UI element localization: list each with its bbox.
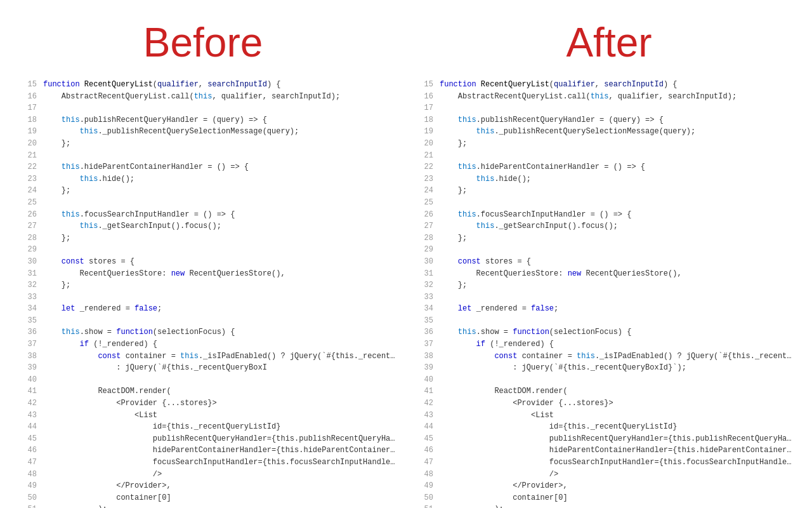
code-content: container[0]	[43, 492, 396, 504]
line-number: 19	[416, 126, 433, 138]
code-content: this.hideParentContainerHandler = () => …	[440, 161, 793, 173]
code-token: (	[153, 80, 157, 89]
code-token: this	[577, 352, 595, 361]
code-token: };	[43, 139, 70, 148]
code-content	[440, 291, 793, 304]
line-number: 40	[19, 374, 37, 386]
code-content: );	[440, 504, 793, 508]
line-number: 17	[416, 102, 433, 114]
line-number: 20	[19, 138, 37, 150]
code-content	[43, 244, 396, 256]
code-token: this	[80, 127, 98, 136]
line-number: 17	[19, 102, 37, 114]
code-content: this._getSearchInput().focus();	[440, 220, 793, 232]
code-content: />	[43, 469, 396, 481]
line-number: 19	[19, 126, 37, 138]
code-content: };	[440, 232, 793, 244]
code-token: function	[116, 328, 153, 337]
code-content: this.show = function(selectionFocus) {	[440, 326, 793, 338]
code-content: const container = this._isIPadEnabled() …	[440, 351, 793, 363]
line-number: 37	[416, 338, 433, 351]
before-header: Before	[0, 19, 406, 66]
code-token	[43, 304, 62, 313]
table-row: 50 container[0]	[416, 492, 793, 504]
table-row: 43 <List	[19, 410, 396, 422]
code-token: function	[513, 328, 549, 337]
code-token	[43, 127, 80, 136]
table-row: 34 let _rendered = false;	[416, 303, 793, 315]
code-token: focusSearchInputHandler={this.focusSearc…	[440, 458, 793, 467]
table-row: 48 />	[19, 469, 396, 481]
code-token: this	[458, 116, 476, 124]
code-token: .hide();	[494, 175, 531, 184]
line-number: 27	[416, 220, 433, 232]
code-token: ) {	[664, 80, 678, 89]
code-content	[43, 374, 396, 386]
code-token: RecentQueryList	[84, 80, 153, 89]
code-content: function RecentQueryList(qualifier, sear…	[440, 79, 793, 91]
code-token: container =	[126, 352, 180, 361]
code-content: ReactDOM.render(	[440, 385, 793, 398]
code-content: : jQuery(`#{this._recentQueryBoxI	[43, 362, 396, 374]
code-content: this.focusSearchInputHandler = () => {	[43, 209, 396, 221]
code-token: this	[458, 163, 476, 171]
code-content: hideParentContainerHandler={this.hidePar…	[440, 444, 793, 457]
code-token: <Provider {...stores}>	[440, 399, 613, 408]
code-content: AbstractRecentQueryList.call(this, quali…	[440, 91, 793, 103]
line-number: 42	[19, 398, 37, 410]
code-token: this	[476, 222, 495, 231]
code-token: ._publishRecentQuerySelectionMessage(que…	[494, 127, 695, 136]
code-content: this.show = function(selectionFocus) {	[43, 326, 396, 338]
code-content: let _rendered = false;	[440, 303, 793, 315]
line-number: 34	[416, 303, 433, 315]
table-row: 43 <List	[416, 410, 793, 422]
line-number: 21	[19, 150, 37, 162]
table-row: 23 this.hide();	[19, 173, 396, 185]
code-token: _rendered =	[476, 304, 531, 313]
code-token: this	[62, 210, 80, 219]
code-token: </Provider>,	[43, 481, 171, 490]
table-row: 33	[416, 291, 793, 304]
line-number: 15	[416, 79, 433, 91]
code-token: if	[80, 340, 94, 349]
code-token: this	[458, 328, 476, 337]
table-row: 38 const container = this._isIPadEnabled…	[416, 351, 793, 363]
code-token: this	[591, 92, 609, 101]
code-token: this	[194, 92, 213, 101]
code-content: <List	[440, 410, 793, 422]
code-token: };	[43, 234, 70, 243]
table-row: 21	[19, 150, 396, 162]
code-token: this	[80, 222, 98, 231]
line-number: 15	[19, 79, 37, 91]
table-row: 27 this._getSearchInput().focus();	[19, 220, 396, 232]
code-content	[440, 102, 793, 114]
table-row: 41 ReactDOM.render(	[19, 385, 396, 398]
table-row: 36 this.show = function(selectionFocus) …	[19, 326, 396, 338]
table-row: 18 this.publishRecentQueryHandler = (que…	[416, 114, 793, 126]
table-row: 49 </Provider>,	[19, 480, 396, 492]
code-token: .hideParentContainerHandler = () => {	[80, 163, 249, 171]
code-token: new	[568, 269, 586, 278]
code-token	[440, 328, 458, 337]
code-token: };	[43, 281, 70, 290]
line-number: 45	[416, 433, 433, 445]
code-content	[43, 197, 396, 209]
code-token: RecentQueryList	[481, 80, 549, 89]
line-number: 44	[416, 421, 433, 433]
code-token: ) {	[267, 80, 281, 89]
line-number: 47	[416, 457, 433, 469]
before-panel: 15function RecentQueryList(qualifier, se…	[19, 79, 396, 508]
code-content	[440, 374, 793, 386]
line-number: 25	[416, 197, 433, 209]
code-token: .focusSearchInputHandler = () => {	[476, 210, 632, 219]
code-content: id={this._recentQueryListId}	[43, 421, 396, 433]
line-number: 37	[19, 338, 37, 351]
code-token: const	[62, 257, 89, 266]
code-token: this	[476, 127, 495, 136]
code-content: );	[43, 504, 396, 508]
code-content: };	[43, 232, 396, 244]
code-token: this	[476, 175, 495, 184]
code-token: qualifier	[554, 80, 595, 89]
code-content: this.hide();	[43, 173, 396, 185]
line-number: 40	[416, 374, 433, 386]
